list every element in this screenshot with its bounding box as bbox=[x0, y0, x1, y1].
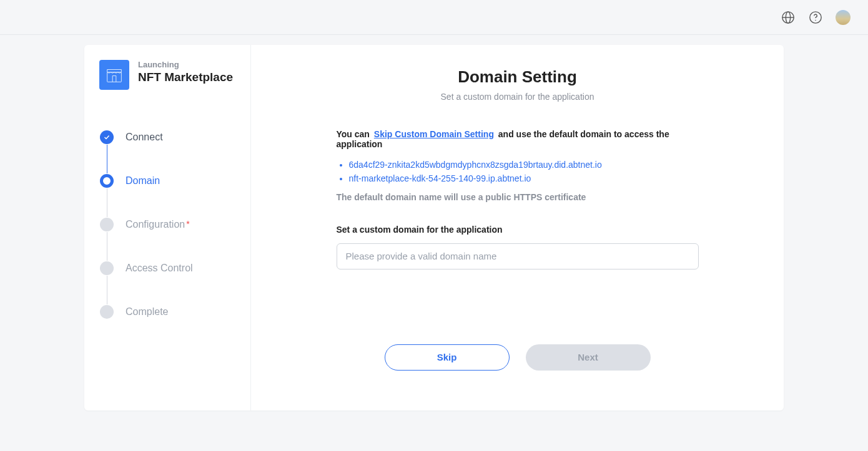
step-configuration: Configuration* bbox=[99, 217, 235, 232]
topbar bbox=[0, 0, 868, 35]
skip-button[interactable]: Skip bbox=[385, 344, 510, 371]
step-domain[interactable]: Domain bbox=[99, 173, 235, 188]
step-label: Connect bbox=[126, 132, 163, 143]
page-title: Domain Setting bbox=[289, 67, 746, 87]
launching-label: Launching bbox=[138, 60, 233, 69]
default-domain-note: The default domain name will use a publi… bbox=[337, 192, 699, 202]
skip-custom-domain-link[interactable]: Skip Custom Domain Setting bbox=[374, 129, 494, 139]
step-dot-pending bbox=[100, 218, 114, 231]
wizard-card: Launching NFT Marketplace Connect Domain… bbox=[84, 45, 784, 410]
step-label: Domain bbox=[126, 175, 160, 187]
main-panel: Domain Setting Set a custom domain for t… bbox=[251, 45, 784, 410]
stepper: Connect Domain Configuration* Access Con… bbox=[99, 130, 235, 319]
default-domain-link[interactable]: 6da4cf29-znkita2kd5wbdgmdyphcnx8zsgda19b… bbox=[349, 158, 699, 172]
content: You can Skip Custom Domain Setting and u… bbox=[337, 129, 699, 269]
step-complete: Complete bbox=[99, 304, 235, 319]
sidebar: Launching NFT Marketplace Connect Domain… bbox=[84, 45, 251, 410]
step-dot-pending bbox=[100, 305, 114, 319]
avatar[interactable] bbox=[836, 10, 851, 25]
step-dot-current bbox=[100, 174, 114, 188]
custom-domain-input[interactable] bbox=[337, 243, 699, 269]
wizard-buttons: Skip Next bbox=[289, 344, 746, 371]
app-header: Launching NFT Marketplace bbox=[99, 60, 235, 90]
default-domain-list: 6da4cf29-znkita2kd5wbdgmdyphcnx8zsgda19b… bbox=[337, 158, 699, 186]
page-subtitle: Set a custom domain for the application bbox=[289, 92, 746, 102]
check-icon bbox=[100, 130, 114, 144]
app-name: NFT Marketplace bbox=[138, 70, 233, 84]
required-indicator: * bbox=[186, 219, 189, 229]
app-icon bbox=[99, 60, 129, 90]
svg-rect-5 bbox=[107, 72, 122, 82]
help-icon[interactable] bbox=[808, 10, 823, 25]
step-connect[interactable]: Connect bbox=[99, 130, 235, 145]
svg-point-4 bbox=[815, 19, 816, 20]
step-label: Complete bbox=[126, 306, 168, 318]
intro-text: You can Skip Custom Domain Setting and u… bbox=[337, 129, 699, 149]
step-label: Access Control bbox=[126, 263, 193, 274]
globe-icon[interactable] bbox=[781, 10, 796, 25]
default-domain-link[interactable]: nft-marketplace-kdk-54-255-140-99.ip.abt… bbox=[349, 172, 699, 185]
custom-domain-label: Set a custom domain for the application bbox=[337, 225, 699, 235]
step-label: Configuration* bbox=[126, 219, 190, 230]
step-dot-pending bbox=[100, 261, 114, 275]
next-button[interactable]: Next bbox=[526, 344, 651, 371]
step-access-control: Access Control bbox=[99, 261, 235, 276]
app-meta: Launching NFT Marketplace bbox=[138, 60, 233, 84]
